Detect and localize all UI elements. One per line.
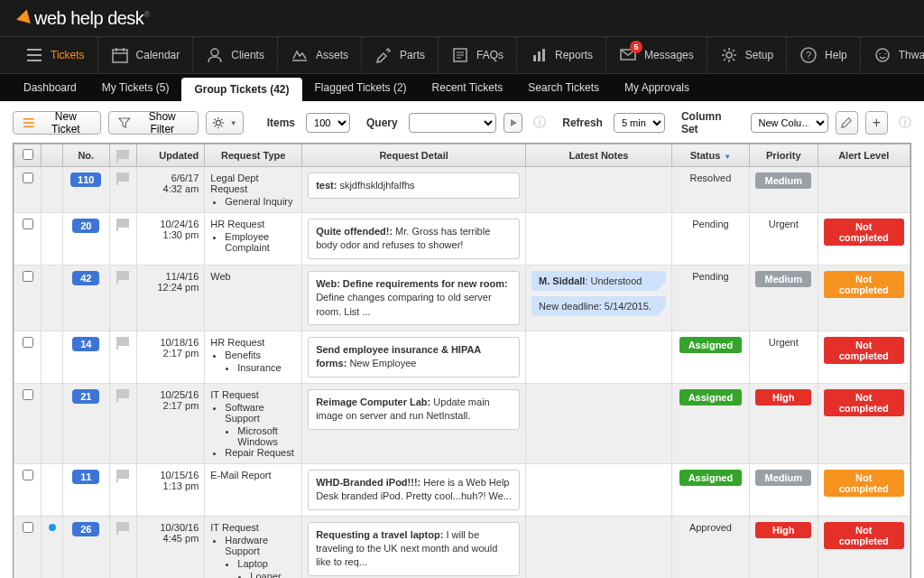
row-checkbox[interactable]	[23, 522, 33, 533]
ticket-number[interactable]: 14	[72, 337, 99, 351]
subnav-item[interactable]: Search Tickets	[515, 74, 612, 101]
ticket-table: No.UpdatedRequest TypeRequest DetailLate…	[13, 143, 911, 578]
subnav-item[interactable]: Group Tickets (42)	[181, 78, 301, 101]
subnav-item[interactable]: Flagged Tickets (2)	[302, 74, 420, 101]
refresh-select[interactable]: 5 min	[614, 113, 665, 133]
flag-icon[interactable]	[116, 522, 129, 531]
subnav-item[interactable]: My Approvals	[612, 74, 702, 101]
notes-cell	[526, 331, 672, 383]
alert-cell: Not completed	[818, 331, 910, 383]
column-header[interactable]	[109, 144, 136, 167]
settings-dropdown-button[interactable]: ▼	[206, 111, 244, 135]
play-icon	[509, 118, 518, 127]
run-query-button[interactable]	[504, 113, 522, 133]
nav-messages[interactable]: Messages5	[605, 37, 707, 73]
items-select[interactable]: 100	[306, 113, 350, 133]
flag-icon[interactable]	[116, 172, 129, 182]
ticket-number[interactable]: 26	[72, 522, 99, 536]
column-header[interactable]: Request Detail	[302, 144, 526, 167]
new-ticket-button[interactable]: New Ticket	[13, 111, 101, 135]
flag-icon[interactable]	[116, 271, 129, 280]
query-info-icon[interactable]: ⓘ	[533, 115, 546, 131]
flag-icon[interactable]	[116, 470, 129, 479]
ticket-number[interactable]: 110	[70, 172, 101, 187]
svg-rect-14	[538, 51, 541, 61]
request-type-cell: E-Mail Report	[205, 463, 302, 516]
column-header[interactable]	[42, 144, 63, 167]
table-row[interactable]: 1110/15/161:13 pmE-Mail ReportWHD-Brande…	[14, 463, 910, 516]
subnav-item[interactable]: Dashboard	[11, 74, 89, 101]
add-column-set-button[interactable]: +	[865, 111, 888, 135]
row-checkbox[interactable]	[23, 389, 33, 400]
column-header[interactable]: No.	[62, 144, 109, 167]
nav-thwack[interactable]: Thwack	[860, 37, 924, 73]
nav-tickets[interactable]: Tickets	[13, 37, 97, 73]
row-checkbox[interactable]	[23, 337, 33, 348]
table-row[interactable]: 1106/6/174:32 amLegal Dept RequestGenera…	[14, 167, 910, 213]
table-row[interactable]: 2010/24/161:30 pmHR RequestEmployee Comp…	[14, 213, 910, 266]
ticket-number[interactable]: 20	[72, 219, 99, 233]
nav-reports[interactable]: Reports	[516, 37, 605, 73]
subnav-item[interactable]: My Tickets (5)	[89, 74, 182, 101]
updated-cell: 10/18/162:17 pm	[136, 331, 204, 383]
priority-cell: Urgent	[750, 331, 818, 383]
nav-assets[interactable]: Assets	[277, 37, 361, 73]
ticket-number[interactable]: 42	[72, 271, 99, 285]
nav-faqs[interactable]: FAQs	[438, 37, 516, 73]
status-cell: Assigned	[671, 331, 749, 383]
flag-icon[interactable]	[116, 219, 129, 228]
table-row[interactable]: 4211/4/1612:24 pmWebWeb: Define requirem…	[14, 265, 910, 331]
column-header[interactable]: Alert Level	[818, 144, 910, 167]
table-row[interactable]: 2610/30/164:45 pmIT RequestHardware Supp…	[14, 516, 910, 578]
nav-help[interactable]: ?Help	[786, 37, 860, 73]
request-type-cell: Web	[205, 265, 302, 331]
row-checkbox[interactable]	[23, 219, 33, 229]
column-header[interactable]: Status	[671, 144, 749, 167]
logo-text: web help desk®	[34, 8, 150, 29]
table-row[interactable]: 1410/18/162:17 pmHR RequestBenefitsInsur…	[14, 331, 910, 383]
column-header[interactable]: Priority	[750, 144, 818, 167]
select-all-checkbox[interactable]	[23, 149, 33, 160]
request-detail[interactable]: test: skjdfhskldjhfalfhs	[308, 172, 520, 199]
request-detail[interactable]: Send employee insurance & HIPAA forms: N…	[308, 337, 520, 378]
column-set-label: Column Set	[681, 110, 740, 135]
column-header[interactable]: Updated	[136, 144, 204, 167]
nav-label: Tickets	[51, 49, 85, 61]
column-header[interactable]	[14, 144, 42, 167]
edit-column-set-button[interactable]	[836, 111, 858, 135]
request-detail[interactable]: Quite offended!: Mr. Gross has terrible …	[308, 219, 520, 259]
svg-point-19	[876, 49, 889, 61]
row-checkbox[interactable]	[23, 470, 33, 480]
request-detail[interactable]: Web: Define requirements for new room: D…	[308, 271, 520, 325]
nav-parts[interactable]: Parts	[361, 37, 438, 73]
list-icon	[23, 117, 35, 129]
nav-calendar[interactable]: Calendar	[97, 37, 193, 73]
flag-icon	[116, 150, 129, 159]
ticket-number[interactable]: 21	[72, 389, 99, 404]
column-header[interactable]: Latest Notes	[526, 144, 672, 167]
row-checkbox[interactable]	[23, 172, 33, 183]
table-row[interactable]: 2110/25/162:17 pmIT RequestSoftware Supp…	[14, 383, 910, 463]
show-filter-button[interactable]: Show Filter	[108, 111, 199, 135]
ticket-number[interactable]: 11	[72, 470, 99, 484]
priority-pill: High	[755, 522, 811, 538]
priority-cell: High	[750, 383, 818, 463]
column-header[interactable]: Request Type	[205, 144, 302, 167]
request-type-cell: Legal Dept RequestGeneral Inquiry	[205, 167, 302, 213]
flag-icon[interactable]	[116, 337, 129, 346]
status-pill: Assigned	[679, 470, 743, 486]
nav-clients[interactable]: Clients	[192, 37, 277, 73]
column-set-info-icon[interactable]: ⓘ	[899, 115, 911, 131]
priority-pill: High	[755, 389, 811, 406]
alert-pill: Not completed	[824, 522, 904, 549]
request-detail[interactable]: Reimage Computer Lab: Update main image …	[308, 389, 520, 430]
svg-rect-20	[23, 118, 34, 120]
nav-setup[interactable]: Setup	[707, 37, 786, 73]
request-detail[interactable]: Requesting a travel laptop: I will be tr…	[308, 522, 520, 576]
request-detail[interactable]: WHD-Branded iPod!!!: Here is a Web Help …	[308, 470, 520, 510]
column-set-select[interactable]: New Colu…	[751, 113, 828, 133]
row-checkbox[interactable]	[23, 271, 33, 282]
subnav-item[interactable]: Recent Tickets	[420, 74, 516, 101]
flag-icon[interactable]	[116, 389, 129, 398]
query-select[interactable]	[409, 113, 496, 133]
